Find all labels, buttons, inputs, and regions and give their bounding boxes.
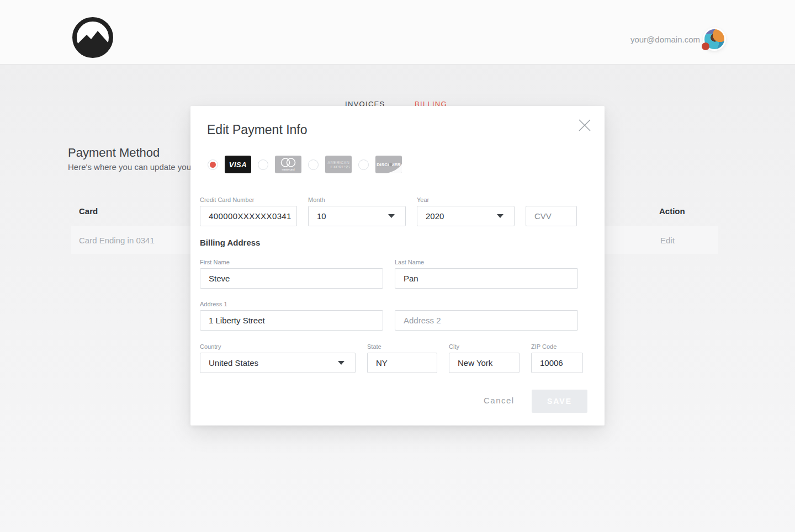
field-city: City	[449, 343, 520, 373]
card-number-label: Credit Card Number	[200, 196, 297, 206]
state-input[interactable]	[367, 353, 437, 373]
year-value: 2020	[426, 211, 444, 221]
amex-logo-icon[interactable]: AMERICAN EXPRESS	[325, 156, 352, 173]
field-country: Country United States	[200, 343, 356, 373]
svg-text:VISA: VISA	[229, 161, 247, 169]
month-value: 10	[317, 211, 326, 221]
app-screen: your@domain.com INVOICES BILLING Payment…	[0, 0, 795, 532]
field-cvv	[526, 196, 577, 226]
card-type-selector: VISA mastercard AMERICAN EXPRESS DISCOVE…	[208, 156, 402, 173]
region-row: Country United States State City ZIP Cod…	[200, 343, 583, 373]
field-card-number: Credit Card Number	[200, 196, 297, 226]
chevron-down-icon	[338, 361, 344, 365]
zip-input[interactable]	[531, 353, 583, 373]
country-select[interactable]: United States	[200, 353, 356, 373]
radio-visa[interactable]	[208, 159, 218, 170]
table-header-action: Action	[659, 206, 685, 216]
year-select[interactable]: 2020	[417, 206, 515, 226]
state-label: State	[367, 343, 437, 353]
country-label: Country	[200, 343, 356, 353]
app-logo	[72, 17, 113, 58]
radio-mastercard[interactable]	[258, 159, 268, 170]
last-name-label: Last Name	[395, 259, 578, 268]
cancel-button[interactable]: Cancel	[484, 396, 515, 405]
address2-label-spacer	[395, 301, 578, 310]
country-value: United States	[209, 358, 258, 368]
svg-text:EXPRESS: EXPRESS	[331, 164, 350, 169]
notification-badge-icon	[702, 42, 709, 50]
user-avatar[interactable]	[704, 29, 724, 49]
edit-payment-modal: Edit Payment Info VISA mastercard	[190, 106, 605, 425]
account-area: your@domain.com	[630, 29, 724, 49]
field-address2	[395, 301, 578, 331]
radio-amex[interactable]	[308, 159, 319, 170]
name-row: First Name Last Name	[200, 259, 578, 289]
field-first-name: First Name	[200, 259, 383, 289]
zip-label: ZIP Code	[531, 343, 583, 353]
svg-text:DISCOVER: DISCOVER	[377, 162, 400, 167]
billing-address-heading: Billing Address	[200, 238, 260, 247]
first-name-label: First Name	[200, 259, 383, 268]
address1-label: Address 1	[200, 301, 383, 310]
field-zip: ZIP Code	[531, 343, 583, 373]
chevron-down-icon	[388, 214, 395, 218]
address2-input[interactable]	[395, 310, 578, 331]
page-title: Payment Method	[68, 146, 160, 160]
close-icon[interactable]	[578, 119, 591, 132]
field-address1: Address 1	[200, 301, 383, 331]
account-email: your@domain.com	[630, 35, 700, 44]
address-row: Address 1	[200, 301, 578, 331]
last-name-input[interactable]	[395, 268, 578, 289]
month-select[interactable]: 10	[308, 206, 406, 226]
table-header-card: Card	[79, 206, 98, 216]
visa-logo-icon[interactable]: VISA	[225, 156, 251, 173]
field-month: Month 10	[308, 196, 406, 226]
top-header: your@domain.com	[0, 0, 795, 65]
card-ending-cell: Card Ending in 0341	[79, 236, 155, 245]
chevron-down-icon	[497, 214, 504, 218]
city-input[interactable]	[449, 353, 520, 373]
first-name-input[interactable]	[200, 268, 383, 289]
radio-discover[interactable]	[358, 159, 369, 170]
discover-logo-icon[interactable]: DISCOVER	[375, 156, 402, 173]
field-state: State	[367, 343, 437, 373]
card-number-input[interactable]	[200, 206, 297, 226]
svg-text:mastercard: mastercard	[282, 168, 295, 171]
modal-title: Edit Payment Info	[207, 123, 308, 137]
cvv-label-spacer	[526, 196, 577, 206]
address1-input[interactable]	[200, 310, 383, 331]
year-label: Year	[417, 196, 515, 206]
card-details-row: Credit Card Number Month 10 Year 2020	[200, 196, 577, 226]
city-label: City	[449, 343, 520, 353]
mastercard-logo-icon[interactable]: mastercard	[275, 156, 301, 173]
field-year: Year 2020	[417, 196, 515, 226]
cvv-input[interactable]	[526, 206, 577, 226]
save-button[interactable]: SAVE	[532, 390, 587, 413]
field-last-name: Last Name	[395, 259, 578, 289]
edit-link[interactable]: Edit	[660, 236, 675, 245]
month-label: Month	[308, 196, 406, 206]
